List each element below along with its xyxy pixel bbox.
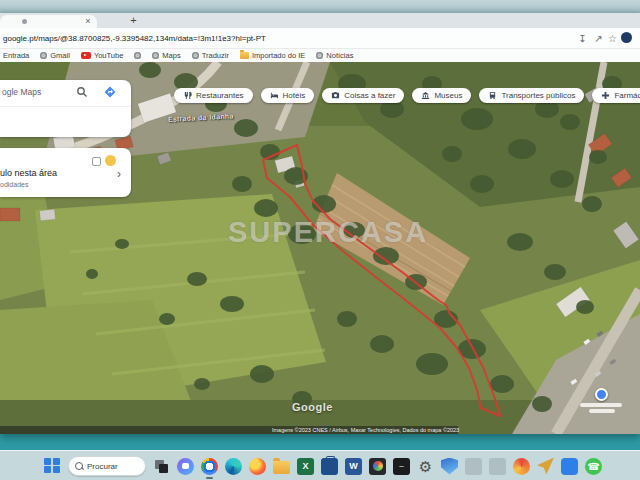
chip-label: Museus xyxy=(434,91,462,100)
chip-public-transport[interactable]: Transportes públicos xyxy=(479,88,584,103)
chat-bubble-icon[interactable] xyxy=(561,458,578,475)
profile-avatar[interactable] xyxy=(621,32,632,43)
area-mini-icon xyxy=(92,157,101,166)
photos-icon[interactable] xyxy=(369,458,386,475)
bookmark-label: Importado do IE xyxy=(252,51,305,60)
bookmark-item[interactable]: Gmail xyxy=(40,51,70,60)
address-bar[interactable]: google.pt/maps/@38.8700825,-9.3395482,13… xyxy=(3,34,266,43)
bookmark-item[interactable]: Notícias xyxy=(316,51,353,60)
map-marker[interactable] xyxy=(595,388,608,401)
museum-icon xyxy=(421,91,430,100)
search-icon xyxy=(75,462,83,470)
teams-chat-icon[interactable] xyxy=(177,458,194,475)
globe-icon xyxy=(192,52,199,59)
bookmark-label: Maps xyxy=(162,51,180,60)
inactive-app-icon[interactable] xyxy=(489,458,506,475)
chip-label: Transportes públicos xyxy=(501,91,575,100)
bookmark-item[interactable]: Traduzir xyxy=(192,51,229,60)
task-view-icon[interactable] xyxy=(153,458,170,475)
search-input[interactable]: ogle Maps xyxy=(2,87,41,97)
security-shield-icon[interactable] xyxy=(441,458,458,475)
chip-label: Coisas a fazer xyxy=(344,91,395,100)
download-icon[interactable]: ↧ xyxy=(576,32,589,45)
start-button[interactable] xyxy=(44,458,61,475)
browser-tab[interactable]: × xyxy=(0,15,97,28)
chip-museums[interactable]: Museus xyxy=(412,88,471,103)
chip-label: Restaurantes xyxy=(196,91,244,100)
browser-window: × + google.pt/maps/@38.8700825,-9.339548… xyxy=(0,13,640,434)
map-canvas[interactable]: Estrada da Idanha SUPERCASA Google Image… xyxy=(0,62,640,434)
taskbar-search[interactable]: Procurar xyxy=(68,456,146,476)
globe-icon xyxy=(152,52,159,59)
file-explorer-icon[interactable] xyxy=(273,461,290,474)
settings-gear-icon[interactable]: ⚙ xyxy=(417,458,434,475)
place-label xyxy=(580,403,622,407)
bookmark-item[interactable]: Entrada xyxy=(3,51,29,60)
globe-icon xyxy=(40,52,47,59)
search-icon[interactable] xyxy=(76,86,88,98)
chip-restaurants[interactable]: Restaurantes xyxy=(174,88,253,103)
hotels-icon xyxy=(270,91,279,100)
paper-plane-icon[interactable] xyxy=(537,458,554,475)
bookmark-star-icon[interactable]: ☆ xyxy=(606,32,619,45)
tab-close-icon[interactable]: × xyxy=(82,15,94,28)
new-tab-button[interactable]: + xyxy=(127,14,140,27)
browser-toolbar: google.pt/maps/@38.8700825,-9.3395482,13… xyxy=(0,28,640,49)
chip-hotels[interactable]: Hotéis xyxy=(261,88,315,103)
firefox-icon[interactable] xyxy=(249,458,266,475)
bookmark-label: Notícias xyxy=(326,51,353,60)
attribution-bar: Imagens ©2023 CNES / Airbus, Maxar Techn… xyxy=(0,426,458,434)
edge-icon[interactable] xyxy=(225,458,242,475)
chip-things-to-do[interactable]: Coisas a fazer xyxy=(322,88,404,103)
restaurants-icon xyxy=(183,91,192,100)
chevron-right-icon[interactable]: › xyxy=(117,167,121,181)
bookmark-label: Gmail xyxy=(50,51,70,60)
terminal-icon[interactable]: – xyxy=(393,458,410,475)
directions-button[interactable] xyxy=(103,85,117,99)
word-icon[interactable]: W xyxy=(345,458,362,475)
tab-strip: × + xyxy=(0,13,640,28)
inactive-app-icon[interactable] xyxy=(465,458,482,475)
share-icon[interactable]: ↗ xyxy=(592,32,605,45)
bookmark-label: Traduzir xyxy=(202,51,229,60)
pharmacy-icon xyxy=(601,91,610,100)
area-info-card[interactable]: ulo nesta área odidades › xyxy=(0,148,131,197)
category-chips: Restaurantes Hotéis Coisas a fazer Museu… xyxy=(174,87,640,103)
globe-icon xyxy=(134,52,141,59)
tab-favicon-icon xyxy=(22,19,27,24)
maps-search-card[interactable]: ogle Maps xyxy=(0,80,131,137)
bus-icon xyxy=(488,91,497,100)
bookmark-label: Entrada xyxy=(3,51,29,60)
outlook-briefcase-icon[interactable] xyxy=(321,458,338,475)
whatsapp-icon[interactable]: ☎ xyxy=(585,458,602,475)
taskbar-search-label: Procurar xyxy=(87,462,118,471)
desktop-background xyxy=(0,0,640,13)
globe-icon xyxy=(316,52,323,59)
place-label xyxy=(589,409,615,413)
colorful-app-icon[interactable] xyxy=(513,458,530,475)
bookmark-label: YouTube xyxy=(94,51,123,60)
area-card-title: ulo nesta área xyxy=(0,168,57,178)
bookmark-item[interactable]: Maps xyxy=(152,51,180,60)
bookmark-item[interactable]: YouTube xyxy=(81,51,123,60)
supercasa-watermark: SUPERCASA xyxy=(228,216,428,249)
bookmark-item[interactable]: Importado do IE xyxy=(240,51,305,60)
chrome-icon[interactable] xyxy=(201,458,218,475)
excel-icon[interactable]: X xyxy=(297,458,314,475)
chip-pharmacies[interactable]: Farmácias xyxy=(592,88,640,103)
bookmarks-bar: Entrada Gmail YouTube Maps Traduzir Impo… xyxy=(0,49,640,63)
google-logo: Google xyxy=(292,401,333,413)
taskbar: Procurar X W – ⚙ ☎ xyxy=(0,450,640,480)
divider xyxy=(0,106,131,107)
chip-label: Farmácias xyxy=(614,91,640,100)
chip-label: Hotéis xyxy=(283,91,306,100)
weather-sun-icon xyxy=(105,155,116,166)
camera-icon xyxy=(331,91,340,100)
area-card-subtitle: odidades xyxy=(0,181,28,188)
attribution-text: Imagens ©2023 CNES / Airbus, Maxar Techn… xyxy=(272,427,459,433)
youtube-icon xyxy=(81,52,91,59)
bookmark-item[interactable] xyxy=(134,52,141,59)
folder-icon xyxy=(240,52,249,59)
